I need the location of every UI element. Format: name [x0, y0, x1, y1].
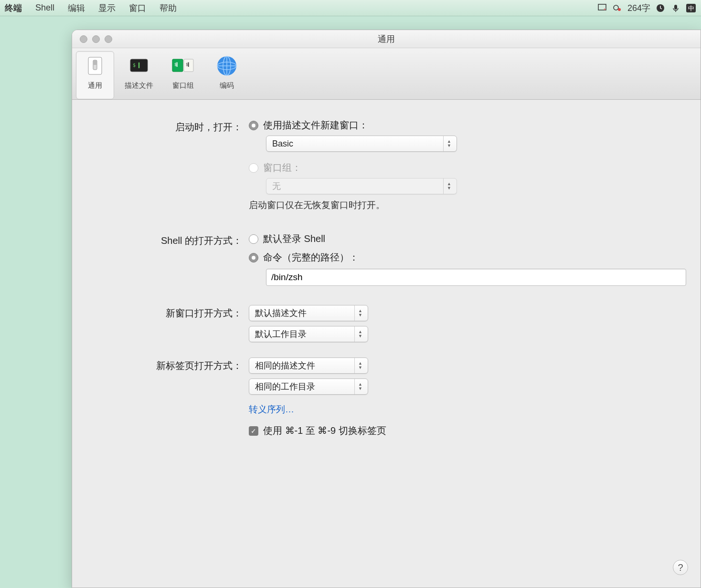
shell-command-input[interactable]: [266, 269, 686, 286]
tab-window-groups[interactable]: $▍$▍ 窗口组: [164, 51, 202, 99]
radio-icon: [249, 121, 258, 130]
radio-icon: [249, 234, 258, 244]
menu-view[interactable]: 显示: [98, 2, 116, 14]
tab-profiles[interactable]: $ ▍ 描述文件: [120, 51, 158, 99]
profiles-icon: $ ▍: [127, 53, 151, 78]
new-window-profile-popup[interactable]: 默认描述文件: [249, 305, 368, 321]
tab-window-groups-label: 窗口组: [164, 81, 202, 90]
svg-rect-4: [674, 5, 677, 10]
radio-command-shell-label: 命令（完整的路径）：: [263, 251, 359, 264]
encodings-icon: [214, 53, 239, 78]
tab-encodings[interactable]: 编码: [208, 51, 246, 99]
svg-point-1: [614, 5, 618, 10]
preferences-window: 通用 通用 $ ▍ 描述文件 $▍$▍ 窗口组 编码: [72, 30, 701, 588]
window-groups-icon: $▍$▍: [170, 53, 195, 78]
menu-help[interactable]: 帮助: [159, 2, 177, 14]
svg-text:$▍: $▍: [174, 62, 179, 67]
close-button[interactable]: [80, 35, 87, 43]
new-tab-dir-value: 相同的工作目录: [255, 381, 315, 392]
shell-label: Shell 的打开方式：: [86, 232, 249, 247]
radio-new-window-profile-label: 使用描述文件新建窗口：: [263, 119, 368, 132]
word-count[interactable]: 264字: [627, 2, 650, 14]
prefs-toolbar: 通用 $ ▍ 描述文件 $▍$▍ 窗口组 编码: [72, 48, 701, 100]
cmd-switch-checkbox[interactable]: ✓: [249, 426, 258, 436]
menu-shell[interactable]: Shell: [35, 3, 54, 13]
svg-rect-9: [94, 61, 96, 65]
svg-point-2: [618, 8, 621, 11]
window-group-popup-value: 无: [272, 180, 281, 192]
menu-edit[interactable]: 编辑: [68, 2, 85, 14]
new-tab-profile-value: 相同的描述文件: [255, 360, 315, 371]
radio-window-group[interactable]: 窗口组：: [249, 161, 686, 174]
svg-text:$ ▍: $ ▍: [133, 62, 141, 68]
system-menubar: 终端 Shell 编辑 显示 窗口 帮助 264字 中: [0, 0, 701, 16]
tab-general-label: 通用: [76, 81, 114, 90]
zoom-button[interactable]: [105, 35, 112, 43]
traffic-lights: [80, 35, 112, 43]
new-tab-profile-popup[interactable]: 相同的描述文件: [249, 357, 368, 374]
screenshot-icon[interactable]: [597, 3, 607, 13]
new-window-dir-popup[interactable]: 默认工作目录: [249, 326, 368, 342]
stepper-icon: [443, 136, 453, 151]
startup-label: 启动时，打开：: [86, 119, 249, 134]
stepper-icon: [354, 358, 364, 373]
svg-text:$▍: $▍: [186, 62, 191, 67]
stepper-icon: [354, 379, 364, 394]
stepper-icon: [443, 178, 453, 194]
tab-profiles-label: 描述文件: [120, 81, 158, 90]
new-tab-label: 新标签页打开方式：: [86, 357, 249, 372]
radio-new-window-profile[interactable]: 使用描述文件新建窗口：: [249, 119, 686, 132]
help-button[interactable]: ?: [673, 560, 688, 575]
startup-hint: 启动窗口仅在无恢复窗口时打开。: [249, 199, 686, 211]
radio-command-shell[interactable]: 命令（完整的路径）：: [249, 251, 686, 264]
radio-default-shell[interactable]: 默认登录 Shell: [249, 232, 686, 245]
profile-popup[interactable]: Basic: [266, 136, 457, 152]
svg-text:中: 中: [688, 5, 694, 12]
microphone-icon[interactable]: [670, 3, 681, 13]
window-titlebar: 通用: [72, 30, 701, 48]
escape-sequences-link[interactable]: 转义序列…: [249, 403, 686, 416]
tab-encodings-label: 编码: [208, 81, 245, 90]
profile-popup-value: Basic: [272, 139, 293, 149]
clock-icon[interactable]: [655, 3, 666, 13]
prefs-content: 启动时，打开： 使用描述文件新建窗口： Basic 窗口组：: [72, 100, 701, 461]
radio-icon: [249, 163, 258, 173]
new-window-profile-value: 默认描述文件: [255, 307, 307, 319]
general-icon: [83, 53, 107, 78]
minimize-button[interactable]: [92, 35, 100, 43]
radio-window-group-label: 窗口组：: [263, 161, 301, 174]
tab-general[interactable]: 通用: [76, 51, 114, 99]
menu-app-name[interactable]: 终端: [5, 2, 22, 14]
window-title: 通用: [378, 33, 395, 45]
input-method-icon[interactable]: 中: [686, 3, 696, 13]
stepper-icon: [354, 305, 364, 321]
radio-default-shell-label: 默认登录 Shell: [263, 232, 325, 245]
new-window-dir-value: 默认工作目录: [255, 328, 307, 340]
cmd-switch-label: 使用 ⌘-1 至 ⌘-9 切换标签页: [263, 424, 386, 437]
new-window-label: 新窗口打开方式：: [86, 305, 249, 320]
weather-icon[interactable]: [612, 3, 623, 13]
new-tab-dir-popup[interactable]: 相同的工作目录: [249, 378, 368, 395]
stepper-icon: [354, 326, 364, 342]
window-group-popup: 无: [266, 178, 457, 194]
radio-icon: [249, 253, 258, 262]
menu-window[interactable]: 窗口: [129, 2, 146, 14]
